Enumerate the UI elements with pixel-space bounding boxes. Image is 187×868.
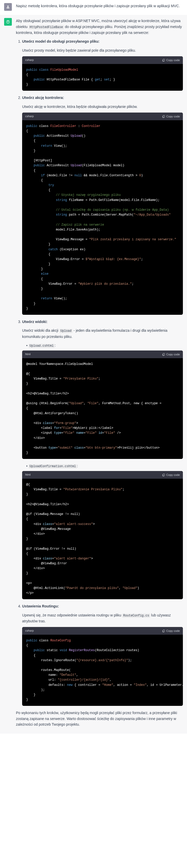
inline-code: RouteConfig.cs: [122, 614, 150, 618]
code-content: public class RouteConfig { public static…: [22, 635, 183, 706]
assistant-avatar: [4, 18, 12, 26]
step-2-title: Utwórz akcję kontrolera:: [22, 96, 64, 100]
assistant-message-row: Aby obsługiwać przesyłanie plików w ASP.…: [0, 15, 187, 733]
code-block-2: csharp Copy code public class FileContro…: [22, 113, 183, 315]
svg-rect-4: [163, 474, 165, 476]
clipboard-icon: [162, 473, 165, 476]
code-content: @{ ViewBag.Title = "Potwierdzenie Przesł…: [22, 479, 183, 599]
step-4-desc: Upewnij się, że masz odpowiednie ustawie…: [22, 612, 183, 624]
code-content: public class FileController : Controller…: [22, 120, 183, 315]
step-4: Ustawienia Routingu: Upewnij się, że mas…: [22, 603, 183, 706]
file-bullet: Upload.cshtml:: [26, 343, 183, 348]
code-lang-label: html: [25, 352, 31, 356]
clipboard-icon: [162, 115, 165, 118]
inline-code: Upload: [59, 329, 73, 333]
code-block-3b: html Copy code @{ ViewBag.Title = "Potwi…: [22, 471, 183, 599]
step-1-desc: Utwórz prosty model, który będzie zawier…: [22, 48, 183, 53]
inline-code: Upload.cshtml: [29, 344, 55, 348]
inline-code: HttpPostedFileBase: [29, 25, 64, 29]
clipboard-icon: [162, 59, 165, 62]
step-3-desc: Utwórz widoki dla akcji Upload - jeden d…: [22, 328, 183, 339]
step-2: Utwórz akcję kontrolera: Utwórz akcję w …: [22, 95, 183, 315]
svg-rect-2: [163, 115, 165, 117]
user-avatar: [4, 3, 12, 11]
copy-code-button[interactable]: Copy code: [162, 473, 180, 476]
code-block-3a: html Copy code @model YourNamespace.File…: [22, 350, 183, 459]
step-3-title: Utwórz widoki:: [22, 320, 48, 324]
outro-paragraph: Po wykonaniu tych kroków, użytkownicy bę…: [16, 710, 183, 727]
step-1: Utwórz model do obsługi przesyłanego pli…: [22, 38, 183, 91]
copy-code-button[interactable]: Copy code: [162, 59, 180, 62]
svg-rect-5: [163, 630, 165, 632]
copy-code-button[interactable]: Copy code: [162, 629, 180, 632]
user-message-row: Napisz metodę kontrolera, która obsługuj…: [0, 0, 187, 15]
user-message-text: Napisz metodę kontrolera, która obsługuj…: [16, 3, 183, 9]
clipboard-icon: [162, 629, 165, 632]
svg-rect-1: [163, 59, 165, 61]
clipboard-icon: [162, 353, 165, 356]
code-lang-label: html: [25, 472, 31, 477]
code-content: public class FileUploadModel { public Ht…: [22, 64, 183, 91]
file-bullet: UploadConfirmation.cshtml:: [26, 463, 183, 469]
code-block-4: csharp Copy code public class RouteConfi…: [22, 627, 183, 706]
step-4-title: Ustawienia Routingu:: [22, 604, 59, 608]
code-lang-label: csharp: [25, 114, 34, 119]
copy-code-button[interactable]: Copy code: [162, 115, 180, 118]
code-block-1: csharp Copy code public class FileUpload…: [22, 56, 183, 91]
step-2-desc: Utwórz akcję w kontrolerze, która będzie…: [22, 104, 183, 110]
svg-rect-3: [163, 353, 165, 355]
code-content: @model YourNamespace.FileUploadModel @{ …: [22, 358, 183, 459]
step-3: Utwórz widoki: Utwórz widoki dla akcji U…: [22, 319, 183, 599]
code-lang-label: csharp: [25, 58, 34, 62]
intro-paragraph: Aby obsługiwać przesyłanie plików w ASP.…: [16, 18, 183, 35]
code-lang-label: csharp: [25, 628, 34, 633]
copy-code-button[interactable]: Copy code: [162, 353, 180, 356]
inline-code: UploadConfirmation.cshtml: [29, 464, 77, 468]
step-1-title: Utwórz model do obsługi przesyłanego pli…: [22, 39, 100, 43]
